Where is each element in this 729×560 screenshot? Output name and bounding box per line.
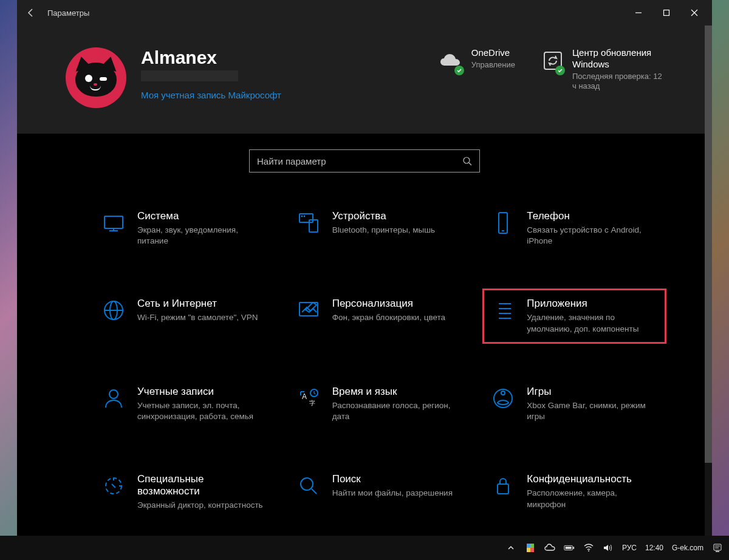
- category-title: Специальные возможности: [137, 473, 269, 497]
- category-gaming[interactable]: ИгрыXbox Game Bar, снимки, режим игры: [485, 380, 663, 428]
- taskbar-lang[interactable]: РУС: [622, 544, 637, 552]
- category-desc: Связать устройство с Android, iPhone: [527, 225, 654, 247]
- onedrive-sub: Управление: [471, 60, 515, 70]
- category-title: Персонализация: [332, 298, 445, 310]
- wifi-icon[interactable]: [583, 542, 594, 553]
- category-devices[interactable]: УстройстваBluetooth, принтеры, мышь: [291, 204, 469, 253]
- category-desc: Расположение, камера, микрофон: [527, 488, 654, 510]
- update-title: Центр обновления Windows: [572, 47, 663, 70]
- category-network[interactable]: Сеть и ИнтернетWi-Fi, режим "в самолете"…: [96, 292, 274, 340]
- category-desc: Распознавание голоса, регион, дата: [332, 400, 460, 422]
- access-icon: [101, 473, 126, 499]
- close-button[interactable]: [680, 2, 708, 23]
- svg-point-3: [464, 157, 470, 163]
- volume-icon[interactable]: [603, 542, 614, 553]
- category-personalization[interactable]: ПерсонализацияФон, экран блокировки, цве…: [291, 292, 469, 340]
- apps-icon: [490, 298, 516, 323]
- category-title: Приложения: [527, 298, 654, 310]
- taskbar-time[interactable]: 12:40: [645, 544, 663, 552]
- update-icon: [542, 50, 564, 74]
- privacy-icon: [490, 473, 516, 499]
- back-button[interactable]: [21, 2, 41, 23]
- time-icon: [296, 386, 321, 411]
- avatar[interactable]: [66, 47, 126, 108]
- svg-point-12: [588, 550, 589, 551]
- category-title: Поиск: [332, 473, 453, 485]
- category-title: Сеть и Интернет: [137, 298, 258, 310]
- category-accounts[interactable]: Учетные записиУчетные записи, эл. почта,…: [96, 380, 274, 428]
- svg-rect-8: [530, 548, 534, 552]
- gaming-icon: [490, 386, 516, 411]
- account-header: Almanex Моя учетная запись Майкрософт On…: [17, 26, 712, 134]
- user-email-redacted: [141, 70, 238, 81]
- category-title: Телефон: [527, 210, 654, 222]
- scrollbar-thumb[interactable]: [705, 26, 712, 463]
- cloud-icon[interactable]: [544, 542, 555, 553]
- category-title: Время и язык: [332, 386, 460, 398]
- user-name: Almanex: [141, 47, 323, 68]
- category-desc: Удаление, значения по умолчанию, доп. ко…: [527, 312, 654, 334]
- category-time[interactable]: Время и языкРаспознавание голоса, регион…: [291, 380, 469, 428]
- svg-rect-1: [664, 10, 669, 16]
- category-desc: Xbox Game Bar, снимки, режим игры: [527, 400, 654, 422]
- network-icon: [101, 298, 126, 323]
- maximize-button[interactable]: [652, 2, 680, 23]
- onedrive-status[interactable]: OneDrive Управление: [439, 47, 515, 74]
- category-desc: Учетные записи, эл. почта, синхронизация…: [137, 400, 265, 422]
- category-title: Устройства: [332, 210, 435, 222]
- category-desc: Wi-Fi, режим "в самолете", VPN: [137, 312, 258, 323]
- update-sub: Последняя проверка: 12 ч назад: [572, 72, 663, 92]
- ms-account-link[interactable]: Моя учетная запись Майкрософт: [141, 90, 281, 100]
- battery-icon[interactable]: [564, 542, 575, 553]
- category-phone[interactable]: ТелефонСвязать устройство с Android, iPh…: [485, 204, 663, 253]
- category-desc: Экран, звук, уведомления, питание: [137, 225, 265, 247]
- onedrive-title: OneDrive: [471, 47, 515, 59]
- search-input[interactable]: Найти параметр: [249, 149, 480, 172]
- category-desc: Bluetooth, принтеры, мышь: [332, 225, 435, 236]
- search-icon: [296, 473, 321, 499]
- window-title: Параметры: [47, 9, 625, 18]
- category-desc: Экранный диктор, контрастность: [137, 500, 265, 511]
- search-placeholder: Найти параметр: [257, 156, 462, 166]
- devices-icon: [296, 210, 321, 236]
- system-icon: [101, 210, 126, 236]
- svg-rect-7: [527, 548, 530, 552]
- search-icon: [462, 156, 472, 166]
- category-search[interactable]: ПоискНайти мои файлы, разрешения: [291, 467, 469, 517]
- svg-rect-13: [714, 544, 721, 550]
- svg-rect-5: [527, 544, 530, 548]
- notifications-icon[interactable]: [712, 542, 723, 553]
- settings-categories-grid: СистемаЭкран, звук, уведомления, питание…: [17, 193, 712, 517]
- minimize-button[interactable]: [625, 2, 652, 23]
- taskbar: РУС 12:40 G-ek.com: [0, 536, 729, 560]
- svg-rect-6: [530, 544, 534, 548]
- category-system[interactable]: СистемаЭкран, звук, уведомления, питание: [96, 204, 274, 253]
- phone-icon: [490, 210, 516, 236]
- svg-line-4: [469, 163, 471, 165]
- category-privacy[interactable]: КонфиденциальностьРасположение, камера, …: [485, 467, 663, 517]
- taskbar-site: G-ek.com: [672, 544, 703, 552]
- settings-window: Параметры Almanex Моя учетная запись Май…: [17, 0, 712, 536]
- security-icon[interactable]: [525, 542, 536, 553]
- category-access[interactable]: Специальные возможностиЭкранный диктор, …: [96, 467, 274, 517]
- category-title: Конфиденциальность: [527, 473, 654, 485]
- titlebar: Параметры: [17, 0, 712, 26]
- category-title: Учетные записи: [137, 386, 265, 398]
- scrollbar[interactable]: [705, 26, 712, 536]
- category-title: Система: [137, 210, 265, 222]
- svg-rect-10: [573, 547, 574, 549]
- personalization-icon: [296, 298, 321, 323]
- category-apps[interactable]: ПриложенияУдаление, значения по умолчани…: [485, 292, 663, 340]
- tray-chevron-icon[interactable]: [505, 542, 516, 553]
- svg-rect-11: [566, 547, 572, 549]
- accounts-icon: [101, 386, 126, 411]
- category-desc: Найти мои файлы, разрешения: [332, 488, 453, 499]
- category-title: Игры: [527, 386, 654, 398]
- windows-update-status[interactable]: Центр обновления Windows Последняя прове…: [542, 47, 663, 92]
- category-desc: Фон, экран блокировки, цвета: [332, 312, 445, 323]
- onedrive-icon: [439, 50, 463, 74]
